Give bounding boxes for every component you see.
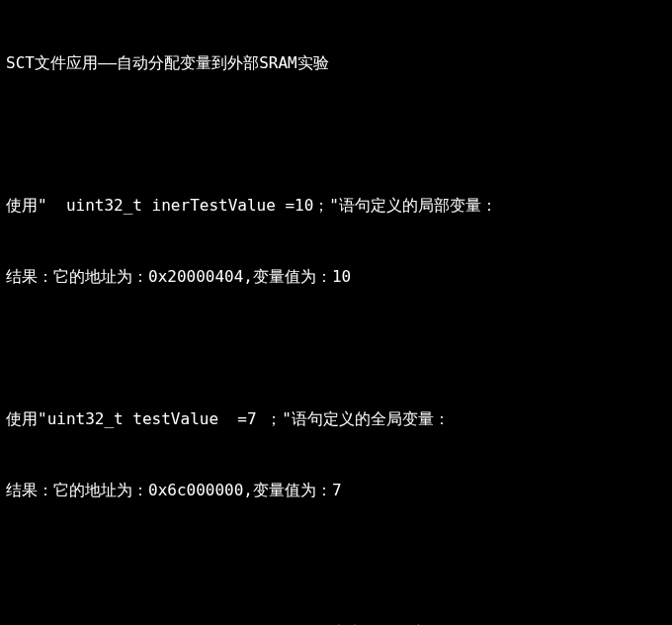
output-line: SCT文件应用——自动分配变量到外部SRAM实验 xyxy=(6,51,666,75)
output-line: 使用" uint32_t inerTestValue =10；"语句定义的局部变… xyxy=(6,194,666,218)
output-line: 结果：它的地址为：0x6c000000,变量值为：7 xyxy=(6,479,666,502)
output-line: 使用"uint32_t testValue2 =0 ；"语句定义的全局变量： xyxy=(6,621,666,625)
terminal-output: SCT文件应用——自动分配变量到外部SRAM实验 使用" uint32_t in… xyxy=(6,4,666,625)
output-line xyxy=(6,336,666,360)
output-line xyxy=(6,550,666,574)
output-line xyxy=(6,123,666,146)
output-line: 结果：它的地址为：0x20000404,变量值为：10 xyxy=(6,265,666,289)
output-line: 使用"uint32_t testValue =7 ；"语句定义的全局变量： xyxy=(6,407,666,431)
